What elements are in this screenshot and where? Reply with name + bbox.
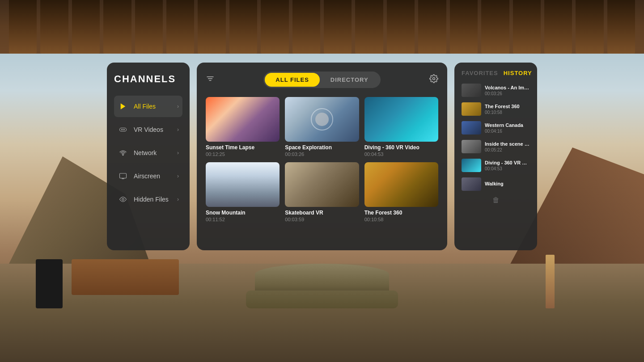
- channels-title: CHANNELS: [114, 73, 182, 85]
- sidebar-item-label: VR Videos: [134, 126, 175, 133]
- video-duration: 00:10:58: [364, 217, 438, 222]
- video-grid: Sunset Time Lapse 00:12:25 Space Explora…: [206, 97, 438, 222]
- sidebar-item-network[interactable]: Network ›: [114, 142, 182, 164]
- history-duration: 00:04:53: [485, 166, 530, 171]
- history-title: Western Canada: [485, 122, 530, 128]
- channels-panel: CHANNELS All Files › VR Videos › Network…: [107, 63, 190, 250]
- video-title: Space Exploration: [285, 144, 359, 151]
- history-title: Walking: [485, 181, 530, 186]
- delete-icon[interactable]: 🗑: [462, 196, 530, 204]
- history-info: Volcanos - An Imm... 00:03:26: [485, 85, 530, 96]
- sidebar-item-label: Airscreen: [134, 173, 175, 180]
- video-thumbnail-skateboard: [285, 162, 359, 207]
- ceiling-slat: [418, 0, 446, 54]
- history-duration: 00:10:58: [485, 110, 530, 115]
- filter-icon[interactable]: [206, 74, 215, 85]
- history-item[interactable]: Volcanos - An Imm... 00:03:26: [462, 84, 530, 97]
- history-thumb: [462, 177, 481, 191]
- video-duration: 00:04:53: [364, 152, 438, 157]
- sidebar-item-hidden-files[interactable]: Hidden Files ›: [114, 189, 182, 210]
- history-item[interactable]: Western Canada 00:04:16: [462, 121, 530, 135]
- history-thumb: [462, 159, 481, 172]
- svg-rect-5: [120, 173, 127, 178]
- chevron-right-icon: ›: [177, 150, 179, 156]
- video-item-forest[interactable]: The Forest 360 00:10:58: [364, 162, 438, 222]
- history-info: Western Canada 00:04:16: [485, 122, 530, 134]
- ceiling-slat: [450, 0, 478, 54]
- ceiling-slat: [387, 0, 415, 54]
- chevron-right-icon: ›: [177, 103, 179, 109]
- ceiling-slat: [261, 0, 288, 54]
- svg-point-2: [121, 129, 123, 130]
- history-title: Volcanos - An Imm...: [485, 85, 530, 90]
- history-item[interactable]: Inside the scene of ... 00:05:22: [462, 140, 530, 153]
- sidebar-item-airscreen[interactable]: Airscreen ›: [114, 165, 182, 187]
- history-item[interactable]: Walking: [462, 177, 530, 191]
- video-item-skateboard[interactable]: Skateboard VR 00:03:59: [285, 162, 359, 222]
- video-duration: 00:11:52: [206, 217, 280, 222]
- history-title: Diving - 360 VR Video: [485, 160, 530, 165]
- sidebar-item-label: Hidden Files: [134, 196, 175, 203]
- video-title: Sunset Time Lapse: [206, 144, 280, 151]
- ceiling-slat: [324, 0, 352, 54]
- ceiling-slat: [576, 0, 603, 54]
- ceiling-slat: [481, 0, 509, 54]
- settings-icon[interactable]: [429, 74, 438, 85]
- history-thumb: [462, 84, 481, 97]
- chevron-right-icon: ›: [177, 173, 179, 179]
- sidebar-item-vr-videos[interactable]: VR Videos ›: [114, 119, 182, 140]
- right-panel-header: FAVORITES HISTORY: [462, 70, 530, 76]
- sidebar-item-all-files[interactable]: All Files ›: [114, 96, 182, 117]
- svg-marker-0: [121, 103, 126, 109]
- right-panel: FAVORITES HISTORY Volcanos - An Imm... 0…: [454, 63, 537, 250]
- video-title: The Forest 360: [364, 210, 438, 216]
- svg-rect-1: [120, 128, 127, 131]
- ceiling-slat: [72, 0, 100, 54]
- panels-container: CHANNELS All Files › VR Videos › Network…: [107, 63, 537, 250]
- sidebar-item-label: All Files: [134, 103, 175, 110]
- video-thumbnail-space: [285, 97, 359, 142]
- video-item-diving[interactable]: Diving - 360 VR Video 00:04:53: [364, 97, 438, 157]
- svg-point-8: [122, 198, 124, 201]
- lamp: [546, 255, 555, 308]
- history-title: Inside the scene of ...: [485, 141, 530, 147]
- ceiling: [0, 0, 644, 54]
- speaker: [36, 259, 63, 308]
- tab-history[interactable]: HISTORY: [504, 70, 532, 76]
- history-item[interactable]: Diving - 360 VR Video 00:04:53: [462, 159, 530, 172]
- video-thumbnail-sunset: [206, 97, 280, 142]
- history-info: Diving - 360 VR Video 00:04:53: [485, 160, 530, 171]
- video-duration: 00:03:59: [285, 217, 359, 222]
- airscreen-icon: [118, 171, 128, 181]
- svg-point-12: [432, 78, 435, 80]
- video-item-space[interactable]: Space Exploration 00:03:26: [285, 97, 359, 157]
- ceiling-slat: [166, 0, 194, 54]
- video-thumbnail-mountain: [206, 162, 280, 207]
- video-title: Skateboard VR: [285, 210, 359, 216]
- tab-all-files[interactable]: ALL FILES: [265, 73, 319, 87]
- history-thumb: [462, 102, 481, 116]
- chevron-right-icon: ›: [177, 126, 179, 133]
- video-item-mountain[interactable]: Snow Mountain 00:11:52: [206, 162, 280, 222]
- ceiling-slat: [135, 0, 163, 54]
- main-panel: ALL FILES DIRECTORY Sunset Time Lapse 00…: [197, 63, 447, 250]
- ceiling-slat: [607, 0, 635, 54]
- video-item-sunset[interactable]: Sunset Time Lapse 00:12:25: [206, 97, 280, 157]
- history-item[interactable]: The Forest 360 00:10:58: [462, 102, 530, 116]
- video-title: Diving - 360 VR Video: [364, 144, 438, 151]
- floor-cushion-base: [246, 290, 398, 308]
- history-duration: 00:03:26: [485, 91, 530, 96]
- tab-directory[interactable]: DIRECTORY: [320, 73, 379, 87]
- svg-point-4: [123, 154, 123, 155]
- tv-stand: [72, 259, 179, 295]
- history-info: Walking: [485, 181, 530, 187]
- svg-point-3: [123, 129, 125, 130]
- tab-favorites[interactable]: FAVORITES: [462, 70, 498, 76]
- video-duration: 00:03:26: [285, 152, 359, 157]
- history-thumb: [462, 140, 481, 153]
- history-info: The Forest 360 00:10:58: [485, 104, 530, 115]
- history-duration: 00:04:16: [485, 129, 530, 134]
- ceiling-slat: [103, 0, 131, 54]
- history-thumb: [462, 121, 481, 135]
- sidebar-item-label: Network: [134, 149, 175, 156]
